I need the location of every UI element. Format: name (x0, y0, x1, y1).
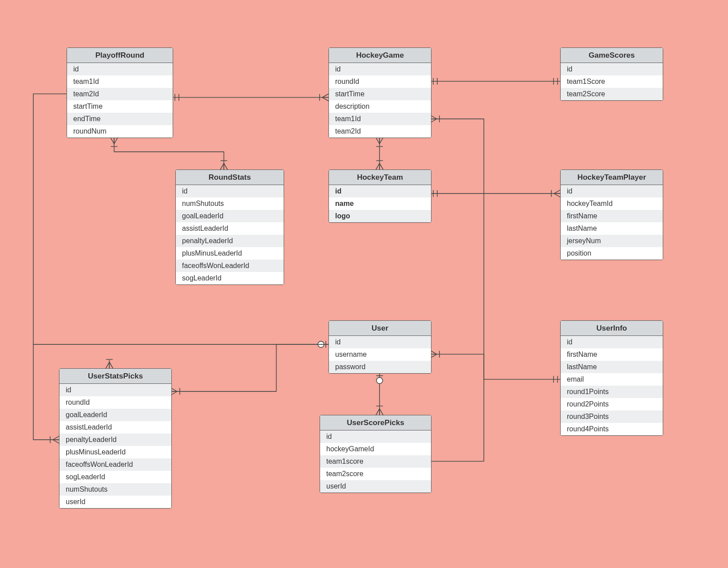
entity-body-hockeyTeam: idnamelogo (329, 185, 431, 222)
entity-field-hockeyGame-team2Id: team2Id (329, 125, 431, 138)
entity-field-hockeyGame-roundId: roundId (329, 75, 431, 88)
entity-field-hockeyTeamPlayer-hockeyTeamId: hockeyTeamId (561, 197, 663, 210)
entity-field-userStatsPicks-userId: userId (59, 496, 171, 508)
entity-body-playoffRound: idteam1Idteam2IdstartTimeendTimeroundNum (67, 63, 173, 138)
entity-field-userInfo-lastName: lastName (561, 361, 663, 373)
entity-field-hockeyGame-team1Id: team1Id (329, 113, 431, 125)
entity-body-user: idusernamepassword (329, 336, 431, 373)
entity-field-roundStats-sogLeaderId: sogLeaderId (176, 272, 284, 284)
entity-field-hockeyTeam-id: id (329, 185, 431, 197)
entity-body-userInfo: idfirstNamelastNameemailround1Pointsroun… (561, 336, 663, 435)
entity-field-hockeyTeamPlayer-lastName: lastName (561, 222, 663, 235)
entity-field-userStatsPicks-plusMinusLeaderId: plusMinusLeaderId (59, 446, 171, 458)
entity-header-hockeyTeamPlayer: HockeyTeamPlayer (561, 170, 663, 185)
entity-header-hockeyTeam: HockeyTeam (329, 170, 431, 185)
entity-user: Useridusernamepassword (328, 320, 431, 374)
entity-field-playoffRound-team2Id: team2Id (67, 88, 173, 100)
entity-field-userScorePicks-team1score: team1score (320, 455, 431, 468)
entity-field-userStatsPicks-roundId: roundId (59, 396, 171, 409)
entity-playoffRound: PlayoffRoundidteam1Idteam2IdstartTimeend… (67, 47, 173, 138)
entity-field-hockeyTeamPlayer-position: position (561, 247, 663, 260)
entity-body-hockeyGame: idroundIdstartTimedescriptionteam1Idteam… (329, 63, 431, 138)
entity-field-gameScores-team2Score: team2Score (561, 88, 663, 100)
entity-field-hockeyTeamPlayer-firstName: firstName (561, 210, 663, 222)
entity-field-userStatsPicks-id: id (59, 384, 171, 396)
entity-field-roundStats-goalLeaderId: goalLeaderId (176, 210, 284, 222)
entity-header-user: User (329, 321, 431, 336)
entity-field-roundStats-assistLeaderId: assistLeaderId (176, 222, 284, 235)
entity-userInfo: UserInfoidfirstNamelastNameemailround1Po… (560, 320, 663, 436)
entity-userStatsPicks: UserStatsPicksidroundIdgoalLeaderIdassis… (59, 368, 172, 509)
entity-field-roundStats-faceoffsWonLeaderId: faceoffsWonLeaderId (176, 260, 284, 272)
entity-field-playoffRound-endTime: endTime (67, 113, 173, 125)
entity-field-userInfo-firstName: firstName (561, 348, 663, 361)
entity-body-userStatsPicks: idroundIdgoalLeaderIdassistLeaderIdpenal… (59, 384, 171, 508)
entity-field-hockeyGame-id: id (329, 63, 431, 75)
entity-field-hockeyTeamPlayer-id: id (561, 185, 663, 197)
entity-hockeyTeam: HockeyTeamidnamelogo (328, 170, 431, 223)
entity-header-userStatsPicks: UserStatsPicks (59, 369, 171, 384)
entity-field-hockeyTeam-logo: logo (329, 210, 431, 222)
entity-field-userStatsPicks-sogLeaderId: sogLeaderId (59, 471, 171, 483)
entity-field-roundStats-numShutouts: numShutouts (176, 197, 284, 210)
entity-body-roundStats: idnumShutoutsgoalLeaderIdassistLeaderIdp… (176, 185, 284, 284)
entity-field-userScorePicks-team2score: team2score (320, 468, 431, 480)
entity-field-playoffRound-id: id (67, 63, 173, 75)
entity-body-hockeyTeamPlayer: idhockeyTeamIdfirstNamelastNamejerseyNum… (561, 185, 663, 260)
entity-field-playoffRound-startTime: startTime (67, 100, 173, 113)
entity-field-playoffRound-team1Id: team1Id (67, 75, 173, 88)
entity-field-hockeyTeamPlayer-jerseyNum: jerseyNum (561, 235, 663, 247)
entity-field-userStatsPicks-faceoffsWonLeaderId: faceoffsWonLeaderId (59, 458, 171, 471)
entity-field-roundStats-plusMinusLeaderId: plusMinusLeaderId (176, 247, 284, 260)
entity-field-userInfo-email: email (561, 373, 663, 386)
entity-field-userStatsPicks-goalLeaderId: goalLeaderId (59, 409, 171, 421)
entity-field-hockeyGame-description: description (329, 100, 431, 113)
entity-hockeyTeamPlayer: HockeyTeamPlayeridhockeyTeamIdfirstNamel… (560, 170, 663, 260)
entity-body-userScorePicks: idhockeyGameIdteam1scoreteam2scoreuserId (320, 430, 431, 493)
entity-field-playoffRound-roundNum: roundNum (67, 125, 173, 138)
entity-field-userScorePicks-userId: userId (320, 480, 431, 493)
svg-point-1 (376, 378, 383, 384)
entity-field-hockeyTeam-name: name (329, 197, 431, 210)
entity-header-playoffRound: PlayoffRound (67, 48, 173, 63)
entity-body-gameScores: idteam1Scoreteam2Score (561, 63, 663, 100)
entity-header-userScorePicks: UserScorePicks (320, 415, 431, 430)
entity-field-userScorePicks-hockeyGameId: hockeyGameId (320, 443, 431, 455)
entity-field-roundStats-id: id (176, 185, 284, 197)
entity-userScorePicks: UserScorePicksidhockeyGameIdteam1scorete… (320, 415, 431, 493)
entity-field-userInfo-round2Points: round2Points (561, 398, 663, 410)
entity-field-userInfo-round1Points: round1Points (561, 386, 663, 398)
entity-field-hockeyGame-startTime: startTime (329, 88, 431, 100)
entity-field-user-username: username (329, 348, 431, 361)
entity-header-gameScores: GameScores (561, 48, 663, 63)
svg-point-0 (318, 341, 324, 347)
entity-field-user-id: id (329, 336, 431, 348)
entity-field-gameScores-id: id (561, 63, 663, 75)
entity-roundStats: RoundStatsidnumShutoutsgoalLeaderIdassis… (175, 170, 284, 285)
entity-hockeyGame: HockeyGameidroundIdstartTimedescriptiont… (328, 47, 431, 138)
entity-field-userStatsPicks-assistLeaderId: assistLeaderId (59, 421, 171, 434)
entity-field-userInfo-round3Points: round3Points (561, 410, 663, 423)
entity-field-userInfo-id: id (561, 336, 663, 348)
entity-field-userStatsPicks-numShutouts: numShutouts (59, 483, 171, 496)
entity-field-userScorePicks-id: id (320, 430, 431, 443)
entity-field-userStatsPicks-penaltyLeaderId: penaltyLeaderId (59, 434, 171, 446)
entity-field-user-password: password (329, 361, 431, 373)
entity-header-hockeyGame: HockeyGame (329, 48, 431, 63)
entity-field-roundStats-penaltyLeaderId: penaltyLeaderId (176, 235, 284, 247)
entity-field-gameScores-team1Score: team1Score (561, 75, 663, 88)
entity-header-roundStats: RoundStats (176, 170, 284, 185)
entity-header-userInfo: UserInfo (561, 321, 663, 336)
entity-gameScores: GameScoresidteam1Scoreteam2Score (560, 47, 663, 101)
entity-field-userInfo-round4Points: round4Points (561, 423, 663, 435)
